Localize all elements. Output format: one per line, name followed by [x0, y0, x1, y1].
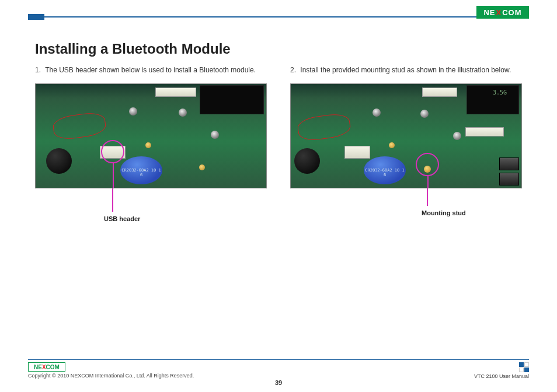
step-1-number: 1. [35, 65, 43, 75]
connector-icon [465, 127, 504, 136]
footer-left: NEXCOM Copyright © 2010 NEXCOM Internati… [28, 362, 194, 379]
usb-port-icon [499, 158, 519, 170]
page-number: 39 [0, 379, 557, 386]
usb-port-icon [499, 173, 519, 186]
brand-part2: COM [46, 364, 60, 370]
board-marker-3g: 3.5G [493, 89, 507, 96]
step-2-text: 2. Install the provided mounting stud as… [290, 65, 522, 75]
caption-mounting-stud: Mounting stud [422, 209, 522, 216]
callout-circle-stud [416, 153, 439, 176]
battery-label: CR2032-60A2 10 1 6 [364, 168, 406, 177]
wire-icon [52, 111, 107, 141]
page-content: Installing a Bluetooth Module 1. The USB… [35, 41, 522, 222]
step-1-text: 1. The USB header shown below is used to… [35, 65, 267, 75]
page-title: Installing a Bluetooth Module [35, 41, 522, 57]
coin-battery-icon: CR2032-60A2 10 1 6 [120, 156, 162, 184]
wire-icon [297, 112, 352, 142]
brand-x: X [496, 8, 502, 17]
screw-icon [179, 108, 187, 117]
brand-logo-top: NEXCOM [476, 6, 529, 19]
board-photo-1: CR2032-60A2 10 1 6 [35, 83, 267, 188]
footer-right: VTC 2100 User Manual [474, 362, 529, 379]
copyright-text: Copyright © 2010 NEXCOM International Co… [28, 373, 194, 379]
column-left: 1. The USB header shown below is used to… [35, 65, 267, 222]
chip-icon [200, 85, 264, 114]
mounting-stud-icon [424, 166, 431, 173]
step-2-body: Install the provided mounting stud as sh… [300, 66, 511, 74]
screw-icon [420, 110, 429, 118]
caption-usb-header: USB header [104, 215, 267, 222]
coin-battery-icon: CR2032-60A2 10 1 6 [364, 156, 406, 184]
standoff-icon [145, 142, 151, 148]
board-photo-2: 3.5G CR2032-60A2 10 1 6 [290, 83, 522, 188]
manual-title: VTC 2100 User Manual [474, 373, 529, 379]
standoff-icon [199, 164, 205, 170]
brand-x: X [42, 364, 46, 370]
callout-line-stud [427, 175, 429, 188]
battery-label: CR2032-60A2 10 1 6 [120, 168, 162, 177]
step-2-number: 2. [290, 65, 298, 75]
header-rule [28, 16, 529, 18]
two-column-layout: 1. The USB header shown below is used to… [35, 65, 522, 222]
screw-icon [373, 108, 381, 117]
standoff-icon [389, 142, 395, 148]
usb-header-connector [344, 146, 370, 159]
screw-icon [453, 132, 461, 140]
page-footer: NEXCOM Copyright © 2010 NEXCOM Internati… [28, 359, 529, 379]
brand-part2: COM [502, 8, 521, 17]
inductor-icon [46, 148, 72, 174]
brand-part1: NE [34, 364, 42, 370]
connector-icon [155, 88, 196, 97]
usb-header-connector [100, 146, 126, 159]
brand-logo-footer: NEXCOM [28, 362, 65, 372]
inductor-icon [294, 148, 320, 174]
footer-ornament-icon [519, 362, 529, 372]
screw-icon [129, 107, 137, 116]
screw-icon [211, 131, 219, 139]
column-right: 2. Install the provided mounting stud as… [290, 65, 522, 222]
callout-line-ext-stud [427, 188, 428, 206]
callout-line-ext-usb [112, 188, 113, 212]
chip-icon: 3.5G [467, 85, 519, 114]
step-1-body: The USB header shown below is used to in… [45, 66, 256, 74]
callout-line-usb [113, 162, 114, 188]
brand-part1: NE [483, 8, 495, 17]
connector-icon [422, 88, 457, 97]
